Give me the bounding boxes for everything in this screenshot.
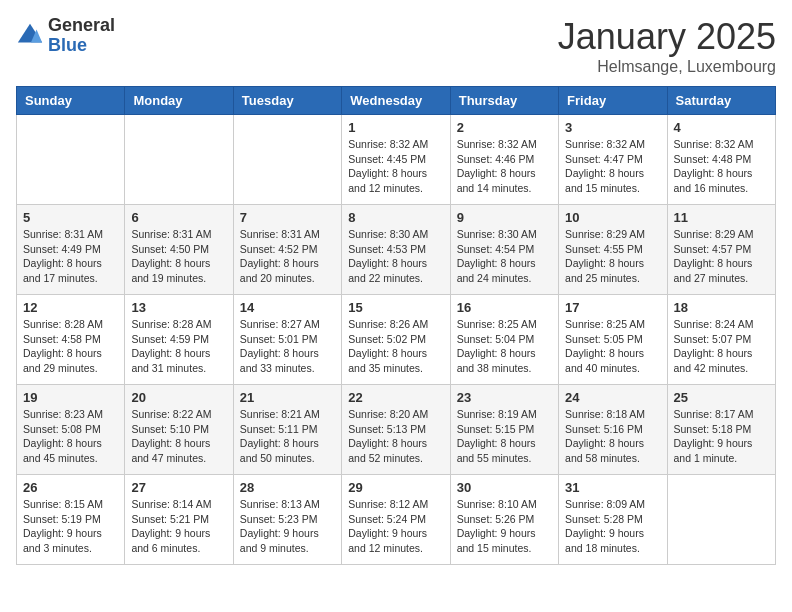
location-text: Helmsange, Luxembourg (558, 58, 776, 76)
calendar-cell: 13Sunrise: 8:28 AM Sunset: 4:59 PM Dayli… (125, 295, 233, 385)
day-info: Sunrise: 8:17 AM Sunset: 5:18 PM Dayligh… (674, 407, 769, 466)
day-number: 12 (23, 300, 118, 315)
day-info: Sunrise: 8:28 AM Sunset: 4:58 PM Dayligh… (23, 317, 118, 376)
calendar-cell: 5Sunrise: 8:31 AM Sunset: 4:49 PM Daylig… (17, 205, 125, 295)
day-number: 24 (565, 390, 660, 405)
logo-general-text: General (48, 16, 115, 36)
calendar-cell (667, 475, 775, 565)
day-number: 18 (674, 300, 769, 315)
day-info: Sunrise: 8:13 AM Sunset: 5:23 PM Dayligh… (240, 497, 335, 556)
day-info: Sunrise: 8:25 AM Sunset: 5:05 PM Dayligh… (565, 317, 660, 376)
calendar-cell: 27Sunrise: 8:14 AM Sunset: 5:21 PM Dayli… (125, 475, 233, 565)
day-info: Sunrise: 8:31 AM Sunset: 4:49 PM Dayligh… (23, 227, 118, 286)
calendar-cell: 16Sunrise: 8:25 AM Sunset: 5:04 PM Dayli… (450, 295, 558, 385)
day-info: Sunrise: 8:28 AM Sunset: 4:59 PM Dayligh… (131, 317, 226, 376)
day-number: 17 (565, 300, 660, 315)
day-number: 22 (348, 390, 443, 405)
day-number: 5 (23, 210, 118, 225)
calendar-table: SundayMondayTuesdayWednesdayThursdayFrid… (16, 86, 776, 565)
calendar-cell: 15Sunrise: 8:26 AM Sunset: 5:02 PM Dayli… (342, 295, 450, 385)
calendar-week-row: 1Sunrise: 8:32 AM Sunset: 4:45 PM Daylig… (17, 115, 776, 205)
day-number: 21 (240, 390, 335, 405)
calendar-cell: 29Sunrise: 8:12 AM Sunset: 5:24 PM Dayli… (342, 475, 450, 565)
day-number: 8 (348, 210, 443, 225)
day-number: 13 (131, 300, 226, 315)
calendar-cell: 7Sunrise: 8:31 AM Sunset: 4:52 PM Daylig… (233, 205, 341, 295)
calendar-cell: 30Sunrise: 8:10 AM Sunset: 5:26 PM Dayli… (450, 475, 558, 565)
day-info: Sunrise: 8:32 AM Sunset: 4:48 PM Dayligh… (674, 137, 769, 196)
day-info: Sunrise: 8:09 AM Sunset: 5:28 PM Dayligh… (565, 497, 660, 556)
calendar-cell: 14Sunrise: 8:27 AM Sunset: 5:01 PM Dayli… (233, 295, 341, 385)
calendar-cell: 22Sunrise: 8:20 AM Sunset: 5:13 PM Dayli… (342, 385, 450, 475)
calendar-cell: 21Sunrise: 8:21 AM Sunset: 5:11 PM Dayli… (233, 385, 341, 475)
calendar-cell: 10Sunrise: 8:29 AM Sunset: 4:55 PM Dayli… (559, 205, 667, 295)
calendar-cell (125, 115, 233, 205)
weekday-header-saturday: Saturday (667, 87, 775, 115)
day-info: Sunrise: 8:21 AM Sunset: 5:11 PM Dayligh… (240, 407, 335, 466)
day-number: 11 (674, 210, 769, 225)
calendar-week-row: 5Sunrise: 8:31 AM Sunset: 4:49 PM Daylig… (17, 205, 776, 295)
calendar-cell: 1Sunrise: 8:32 AM Sunset: 4:45 PM Daylig… (342, 115, 450, 205)
day-info: Sunrise: 8:12 AM Sunset: 5:24 PM Dayligh… (348, 497, 443, 556)
weekday-header-row: SundayMondayTuesdayWednesdayThursdayFrid… (17, 87, 776, 115)
day-info: Sunrise: 8:20 AM Sunset: 5:13 PM Dayligh… (348, 407, 443, 466)
day-info: Sunrise: 8:32 AM Sunset: 4:45 PM Dayligh… (348, 137, 443, 196)
day-number: 20 (131, 390, 226, 405)
weekday-header-tuesday: Tuesday (233, 87, 341, 115)
day-number: 3 (565, 120, 660, 135)
calendar-cell: 25Sunrise: 8:17 AM Sunset: 5:18 PM Dayli… (667, 385, 775, 475)
day-info: Sunrise: 8:25 AM Sunset: 5:04 PM Dayligh… (457, 317, 552, 376)
logo-blue-text: Blue (48, 36, 115, 56)
logo-icon (16, 22, 44, 50)
calendar-cell: 23Sunrise: 8:19 AM Sunset: 5:15 PM Dayli… (450, 385, 558, 475)
calendar-cell: 20Sunrise: 8:22 AM Sunset: 5:10 PM Dayli… (125, 385, 233, 475)
day-info: Sunrise: 8:32 AM Sunset: 4:47 PM Dayligh… (565, 137, 660, 196)
day-info: Sunrise: 8:22 AM Sunset: 5:10 PM Dayligh… (131, 407, 226, 466)
calendar-cell: 11Sunrise: 8:29 AM Sunset: 4:57 PM Dayli… (667, 205, 775, 295)
day-info: Sunrise: 8:26 AM Sunset: 5:02 PM Dayligh… (348, 317, 443, 376)
day-info: Sunrise: 8:10 AM Sunset: 5:26 PM Dayligh… (457, 497, 552, 556)
calendar-week-row: 26Sunrise: 8:15 AM Sunset: 5:19 PM Dayli… (17, 475, 776, 565)
calendar-cell: 3Sunrise: 8:32 AM Sunset: 4:47 PM Daylig… (559, 115, 667, 205)
day-number: 14 (240, 300, 335, 315)
calendar-cell: 19Sunrise: 8:23 AM Sunset: 5:08 PM Dayli… (17, 385, 125, 475)
weekday-header-friday: Friday (559, 87, 667, 115)
calendar-cell: 26Sunrise: 8:15 AM Sunset: 5:19 PM Dayli… (17, 475, 125, 565)
day-number: 4 (674, 120, 769, 135)
day-info: Sunrise: 8:18 AM Sunset: 5:16 PM Dayligh… (565, 407, 660, 466)
calendar-cell: 17Sunrise: 8:25 AM Sunset: 5:05 PM Dayli… (559, 295, 667, 385)
day-number: 19 (23, 390, 118, 405)
day-info: Sunrise: 8:23 AM Sunset: 5:08 PM Dayligh… (23, 407, 118, 466)
weekday-header-sunday: Sunday (17, 87, 125, 115)
day-number: 26 (23, 480, 118, 495)
calendar-cell: 24Sunrise: 8:18 AM Sunset: 5:16 PM Dayli… (559, 385, 667, 475)
day-number: 27 (131, 480, 226, 495)
day-info: Sunrise: 8:32 AM Sunset: 4:46 PM Dayligh… (457, 137, 552, 196)
calendar-cell: 9Sunrise: 8:30 AM Sunset: 4:54 PM Daylig… (450, 205, 558, 295)
day-number: 9 (457, 210, 552, 225)
logo-text: General Blue (48, 16, 115, 56)
day-number: 16 (457, 300, 552, 315)
day-info: Sunrise: 8:30 AM Sunset: 4:54 PM Dayligh… (457, 227, 552, 286)
calendar-cell: 2Sunrise: 8:32 AM Sunset: 4:46 PM Daylig… (450, 115, 558, 205)
page-header: General Blue January 2025 Helmsange, Lux… (16, 16, 776, 76)
calendar-week-row: 12Sunrise: 8:28 AM Sunset: 4:58 PM Dayli… (17, 295, 776, 385)
day-info: Sunrise: 8:31 AM Sunset: 4:50 PM Dayligh… (131, 227, 226, 286)
day-info: Sunrise: 8:14 AM Sunset: 5:21 PM Dayligh… (131, 497, 226, 556)
day-number: 25 (674, 390, 769, 405)
day-number: 6 (131, 210, 226, 225)
calendar-cell: 12Sunrise: 8:28 AM Sunset: 4:58 PM Dayli… (17, 295, 125, 385)
month-title: January 2025 (558, 16, 776, 58)
day-number: 23 (457, 390, 552, 405)
weekday-header-monday: Monday (125, 87, 233, 115)
weekday-header-wednesday: Wednesday (342, 87, 450, 115)
logo: General Blue (16, 16, 115, 56)
day-info: Sunrise: 8:27 AM Sunset: 5:01 PM Dayligh… (240, 317, 335, 376)
calendar-cell (17, 115, 125, 205)
day-info: Sunrise: 8:15 AM Sunset: 5:19 PM Dayligh… (23, 497, 118, 556)
day-number: 30 (457, 480, 552, 495)
calendar-week-row: 19Sunrise: 8:23 AM Sunset: 5:08 PM Dayli… (17, 385, 776, 475)
day-info: Sunrise: 8:31 AM Sunset: 4:52 PM Dayligh… (240, 227, 335, 286)
day-number: 28 (240, 480, 335, 495)
calendar-cell: 6Sunrise: 8:31 AM Sunset: 4:50 PM Daylig… (125, 205, 233, 295)
